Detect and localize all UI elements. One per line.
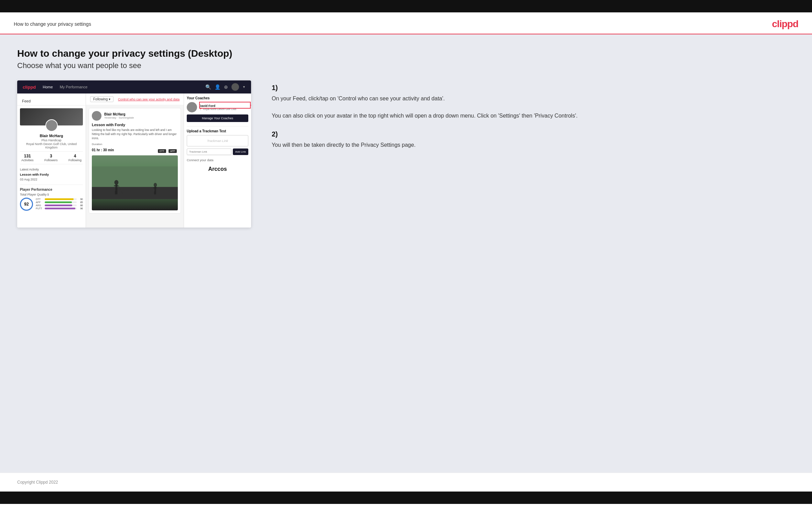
instructions-panel: 1) On your Feed, click/tap on 'Control w… (265, 80, 795, 160)
bar-fill-putt (45, 208, 75, 209)
latest-activity-name: Lesson with Fordy (20, 173, 83, 176)
app-nav-icons: 🔍 👤 ⊕ ▼ (205, 83, 246, 91)
app-body: Feed Blair McHarg Plus Handicap Royal No… (17, 93, 251, 228)
coach-row: David Ford 📍 Royal North Devon Golf Club (187, 102, 248, 112)
app-navbar: clippd Home My Performance 🔍 👤 ⊕ ▼ (17, 80, 251, 93)
bar-val-putt: 96 (78, 207, 83, 210)
privacy-control-link[interactable]: Control who can see your activity and da… (118, 97, 180, 101)
page-header-title: How to change your privacy settings (14, 21, 91, 27)
trackman-input-row: Add Link (187, 148, 248, 155)
svg-point-8 (154, 183, 157, 187)
app-nav-home[interactable]: Home (43, 85, 53, 89)
person-icon[interactable]: 👤 (215, 84, 220, 90)
trackman-title: Upload a Trackman Test (187, 129, 248, 133)
coach-info: David Ford 📍 Royal North Devon Golf Club (199, 104, 236, 111)
post-image (92, 155, 178, 210)
profile-name: Blair McHarg (20, 134, 83, 138)
post-title: Lesson with Fordy (92, 123, 178, 127)
instruction-1: 1) On your Feed, click/tap on 'Control w… (272, 84, 795, 120)
following-count: 4 (68, 154, 82, 158)
activities-label: Activities (21, 158, 34, 162)
main-subtitle: Choose what you want people to see (17, 61, 795, 70)
post-footer-row: 01 hr : 30 min OTT APP (92, 147, 178, 153)
chevron-down-icon[interactable]: ▼ (242, 85, 246, 89)
app-nav-performance[interactable]: My Performance (60, 85, 88, 89)
bottom-black-bar (0, 492, 812, 504)
post-user-info: Blair McHarg Yesterday · Sunningdale (104, 112, 134, 119)
following-button[interactable]: Following ▾ (90, 96, 113, 102)
bar-label-ott: OTT (36, 198, 43, 200)
post-username: Blair McHarg (104, 112, 134, 116)
coaches-section: Your Coaches David Ford 📍 Royal North De… (187, 96, 248, 122)
profile-area: Blair McHarg Plus Handicap Royal North D… (17, 106, 86, 213)
add-link-button[interactable]: Add Link (233, 148, 248, 155)
bar-row-putt: PUTT 96 (36, 207, 83, 210)
stat-activities: 131 Activities (21, 154, 34, 162)
manage-coaches-button[interactable]: Manage Your Coaches (187, 114, 248, 122)
app-panel: clippd Home My Performance 🔍 👤 ⊕ ▼ Feed (17, 80, 251, 228)
followers-count: 3 (44, 154, 58, 158)
post-image-svg (92, 155, 178, 210)
post-user-row: Blair McHarg Yesterday · Sunningdale (92, 111, 178, 121)
app-feed-header: Following ▾ Control who can see your act… (86, 93, 184, 105)
ott-badge: OTT (158, 149, 166, 153)
trackman-input[interactable] (187, 148, 231, 155)
bar-val-ott: 90 (78, 198, 83, 200)
app-badge-label: APP (169, 149, 177, 153)
coaches-title: Your Coaches (187, 96, 248, 100)
app-feed: Following ▾ Control who can see your act… (86, 93, 184, 228)
quality-label: Total Player Quality ℹ (20, 193, 83, 196)
bar-track-app (45, 201, 77, 203)
main-title: How to change your privacy settings (Des… (17, 48, 795, 59)
svg-rect-11 (154, 191, 155, 194)
profile-club: Royal North Devon Golf Club, United King… (20, 142, 83, 149)
profile-badge: Plus Handicap (20, 139, 83, 142)
bar-val-app: 85 (78, 201, 83, 203)
instruction-1-number: 1) (272, 84, 795, 92)
page-footer: Copyright Clippd 2022 (0, 473, 812, 492)
search-icon[interactable]: 🔍 (205, 84, 211, 90)
bar-label-putt: PUTT (36, 207, 43, 210)
post-description: Looking to feel like my hands are exitin… (92, 128, 178, 141)
post-badges: OTT APP (158, 147, 178, 153)
bar-track-ott (45, 198, 77, 200)
svg-point-2 (114, 180, 118, 185)
following-label: Following (68, 158, 82, 162)
profile-stats-row: 131 Activities 3 Followers 4 Following (20, 151, 83, 164)
trackman-placeholder-big: Trackman Link (187, 135, 248, 146)
post-card: Blair McHarg Yesterday · Sunningdale Les… (89, 108, 181, 213)
player-performance-label: Player Performance (20, 185, 83, 193)
performance-bars: OTT 90 APP 85 ARG 86 (36, 198, 83, 210)
latest-activity-label: Latest Activity (20, 166, 83, 173)
svg-rect-6 (116, 190, 118, 194)
instruction-1-text: On your Feed, click/tap on 'Control who … (272, 95, 795, 120)
connect-section: Connect your data Arccos (187, 155, 248, 174)
coach-name: David Ford (199, 104, 236, 108)
avatar-icon[interactable] (231, 83, 239, 91)
connect-title: Connect your data (187, 158, 248, 162)
instruction-2-text: You will then be taken directly to the P… (272, 141, 795, 150)
activities-count: 131 (21, 154, 34, 158)
bar-fill-arg (45, 205, 72, 206)
profile-banner (20, 108, 83, 125)
bar-row-ott: OTT 90 (36, 198, 83, 200)
bar-val-arg: 86 (78, 204, 83, 207)
svg-rect-10 (153, 187, 157, 188)
coach-avatar (187, 102, 197, 112)
bar-label-app: APP (36, 201, 43, 203)
latest-activity-date: 03 Aug 2022 (20, 176, 83, 183)
app-right-panel: Your Coaches David Ford 📍 Royal North De… (184, 93, 251, 228)
app-logo: clippd (23, 85, 36, 90)
instruction-2: 2) You will then be taken directly to th… (272, 130, 795, 150)
quality-row: 92 OTT 90 APP 85 ARG (20, 198, 83, 211)
stat-following: 4 Following (68, 154, 82, 162)
feed-tab[interactable]: Feed (17, 97, 86, 106)
followers-label: Followers (44, 158, 58, 162)
trackman-section: Upload a Trackman Test Trackman Link Add… (187, 126, 248, 155)
coach-club: 📍 Royal North Devon Golf Club (199, 108, 236, 111)
post-avatar (92, 111, 101, 121)
bar-track-putt (45, 208, 77, 209)
bar-row-app: APP 85 (36, 201, 83, 203)
plus-circle-icon[interactable]: ⊕ (224, 84, 228, 90)
svg-rect-12 (155, 191, 156, 194)
